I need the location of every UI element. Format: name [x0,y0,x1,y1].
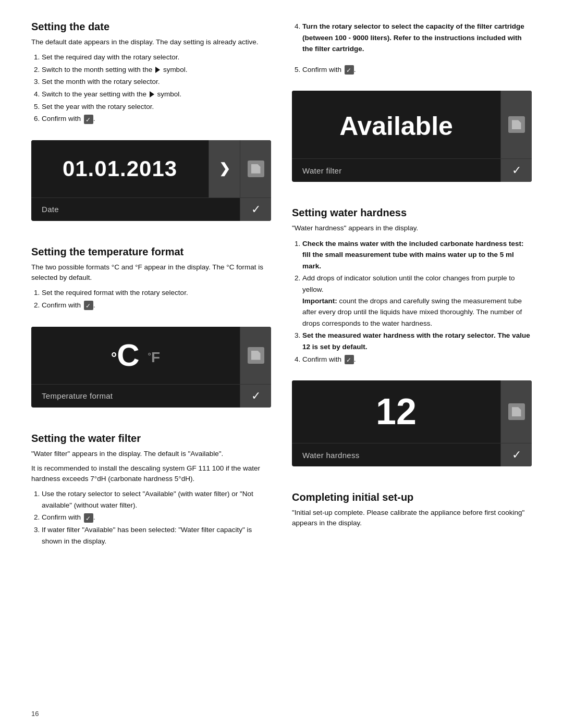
menu-icon [248,347,264,364]
date-panel-top: 01.01.2013 ❯ [31,140,271,198]
list-item: Confirm with . [302,354,532,365]
list-item: If water filter "Available" has been sel… [42,524,271,547]
menu-icon [508,403,525,420]
setting-temp-steps: Set the required format with the rotary … [42,287,271,312]
check-icon: ✓ [251,390,261,402]
filter-capacity-steps: Turn the rotary selector to select the c… [302,21,532,56]
temp-panel-main: °C °F [31,327,240,384]
hardness-panel-side [500,380,532,443]
hardness-label: Water hardness [292,451,500,460]
check-icon: ✓ [512,165,521,176]
left-column: Setting the date The default date appear… [31,21,271,554]
list-item: Add drops of indicator solution until th… [302,273,532,329]
list-item: Set the required format with the rotary … [42,287,271,299]
available-value: Available [292,102,500,147]
list-item: Confirm with . [42,113,271,125]
list-item: Confirm with . [302,64,532,76]
check-icon [345,355,354,364]
list-item: Set the measured water hardness with the… [302,330,532,352]
date-panel-bottom: Date ✓ [31,198,271,221]
available-confirm-button[interactable]: ✓ [500,159,532,182]
completing-heading: Completing initial set-up [292,491,532,503]
check-icon [345,65,354,75]
fahrenheit-letter: F [151,349,160,365]
check-icon [84,513,93,523]
page-number: 16 [31,710,39,718]
chevron-right-icon [150,91,154,97]
temp-display: °C °F [101,335,170,376]
available-panel-side [500,91,532,158]
chevron-right-icon [155,67,160,73]
list-item: Set the required day with the rotary sel… [42,52,271,63]
water-hardness-steps: Check the mains water with the included … [302,238,532,366]
hardness-value: 12 [365,386,427,438]
page-content: Setting the date The default date appear… [0,0,563,575]
water-filter-intro1: "Water filter" appears in the display. T… [31,449,271,459]
date-value: 01.01.2013 [63,156,177,181]
date-display-panel: 01.01.2013 ❯ Date ✓ [31,140,271,221]
available-panel-main: Available [292,91,500,158]
check-icon: ✓ [251,204,261,215]
temp-panel-side [240,327,271,384]
check-icon: ✓ [512,449,521,461]
list-item: Turn the rotary selector to select the c… [302,21,532,55]
setting-water-hardness-heading: Setting water hardness [292,207,532,219]
setting-date-intro: The default date appears in the display.… [31,37,271,47]
available-label: Water filter [292,166,500,175]
celsius-display: °C [111,340,140,371]
list-item: Set the month with the rotary selector. [42,76,271,88]
menu-icon [248,161,264,177]
temp-label: Temperature format [31,391,240,400]
date-confirm-button[interactable]: ✓ [240,198,271,221]
fahrenheit-display: °F [148,350,161,365]
temp-panel-top: °C °F [31,327,271,384]
list-item: Use the rotary selector to select "Avail… [42,488,271,511]
temp-panel-bottom: Temperature format ✓ [31,384,271,408]
list-item: Switch to the month setting with the sym… [42,64,271,76]
hardness-panel-main: 12 [292,380,500,443]
water-filter-steps: Use the rotary selector to select "Avail… [42,488,271,548]
list-item: Switch to the year setting with the symb… [42,89,271,100]
fahrenheit-degree: ° [148,352,151,361]
date-label: Date [31,205,240,214]
setting-water-filter-heading: Setting the water filter [31,433,271,445]
setting-date-steps: Set the required day with the rotary sel… [42,52,271,126]
celsius-letter: C [117,338,139,373]
filter-capacity-confirm: Confirm with . [302,64,532,77]
available-panel-top: Available [292,91,532,158]
temp-display-panel: °C °F Temperature format ✓ [31,327,271,408]
check-icon [84,115,93,124]
temp-confirm-button[interactable]: ✓ [240,385,271,408]
hardness-panel-top: 12 [292,380,532,443]
water-filter-intro2: It is recommended to install the descali… [31,463,271,485]
list-item: Confirm with . [42,300,271,311]
list-item: Check the mains water with the included … [302,238,532,272]
date-panel-main: 01.01.2013 [31,140,209,198]
list-item: Set the year with the rotary selector. [42,101,271,113]
date-panel-side [240,140,271,198]
setting-temp-heading: Setting the temperature format [31,246,271,258]
setting-date-heading: Setting the date [31,21,271,33]
hardness-confirm-button[interactable]: ✓ [500,443,532,466]
celsius-degree: ° [111,350,117,366]
available-display-panel: Available Water filter ✓ [292,91,532,182]
check-icon [84,301,93,310]
setting-temp-intro: The two possible formats °C and °F appea… [31,262,271,283]
date-chevron-button[interactable]: ❯ [209,140,240,198]
right-column: Turn the rotary selector to select the c… [292,21,532,554]
available-panel-bottom: Water filter ✓ [292,158,532,182]
menu-icon [508,116,525,133]
completing-text: "Initial set-up complete. Please calibra… [292,508,532,529]
water-hardness-intro: "Water hardness" appears in the display. [292,223,532,233]
chevron-icon: ❯ [219,161,230,177]
list-item: Confirm with . [42,512,271,523]
hardness-panel-bottom: Water hardness ✓ [292,443,532,466]
hardness-display-panel: 12 Water hardness ✓ [292,380,532,466]
